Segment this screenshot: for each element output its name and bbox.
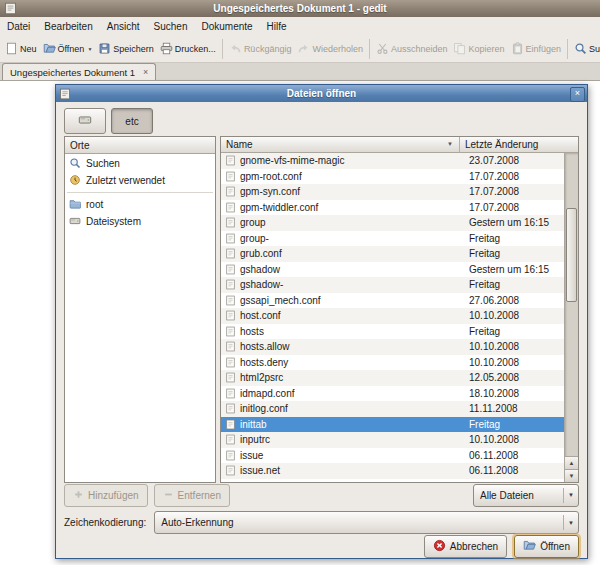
place-item-suchen[interactable]: Suchen	[65, 155, 215, 172]
file-row-group[interactable]: groupGestern um 16:15	[221, 215, 564, 231]
column-modified-label: Letzte Änderung	[465, 139, 538, 150]
toolbar-separator	[222, 39, 223, 59]
open-dropdown-arrow-icon[interactable]: ▼	[87, 46, 92, 52]
menu-item-suchen[interactable]: Suchen	[147, 17, 195, 36]
toolbar-button-kopieren: Kopieren	[450, 40, 507, 59]
window-titlebar[interactable]: Ungespeichertes Dokument 1 - gedit	[0, 0, 600, 17]
file-row-idmapd-conf[interactable]: idmapd.conf18.10.2008	[221, 386, 564, 402]
gedit-app-icon	[4, 2, 17, 15]
file-modified: Freitag	[469, 279, 564, 290]
file-name: idmapd.conf	[240, 388, 469, 399]
dialog-button-row: Abbrechen Öffnen	[424, 535, 579, 556]
file-icon	[225, 450, 237, 461]
file-name: inputrc	[240, 434, 469, 445]
file-icon	[225, 419, 237, 430]
file-row-inputrc[interactable]: inputrc10.10.2008	[221, 432, 564, 448]
drive-icon	[78, 113, 92, 129]
menu-item-ansicht[interactable]: Ansicht	[100, 17, 147, 36]
file-list-rows: gnome-vfs-mime-magic23.07.2008gpm-root.c…	[221, 153, 564, 482]
file-modified: 06.11.2008	[469, 450, 564, 461]
file-modified: Gestern um 16:15	[469, 217, 564, 228]
column-header-modified[interactable]: Letzte Änderung	[459, 137, 578, 153]
tab-label: Ungespeichertes Dokument 1	[10, 67, 135, 78]
file-row-hosts[interactable]: hostsFreitag	[221, 324, 564, 340]
file-icon	[225, 264, 237, 275]
place-item-dateisystem[interactable]: Dateisystem	[65, 213, 215, 230]
toolbar-button-drucken[interactable]: Drucken...	[157, 40, 219, 59]
files-pane: Name ▼ Letzte Änderung gnome-vfs-mime-ma…	[220, 136, 579, 483]
toolbar-button-speichern[interactable]: Speichern	[95, 40, 157, 59]
places-pane: Orte SuchenZuletzt verwendetrootDateisys…	[64, 136, 216, 483]
cancel-button[interactable]: Abbrechen	[424, 535, 507, 558]
kopieren-icon	[453, 42, 466, 57]
open-button[interactable]: Öffnen	[514, 535, 579, 558]
minus-icon	[163, 489, 174, 502]
file-list-scrollbar[interactable]: ▲ ▼	[564, 153, 578, 482]
column-header-name[interactable]: Name ▼	[221, 137, 459, 153]
file-row-group[interactable]: group-Freitag	[221, 231, 564, 247]
file-name: hosts.deny	[240, 357, 469, 368]
dialog-titlebar[interactable]: Dateien öffnen ×	[56, 85, 587, 102]
menu-item-dokumente[interactable]: Dokumente	[194, 17, 259, 36]
toolbar-button-suchen[interactable]: Suchen	[571, 40, 600, 59]
places-column-header[interactable]: Orte	[65, 137, 215, 154]
file-row-gpm-twiddler-conf[interactable]: gpm-twiddler.conf17.07.2008	[221, 200, 564, 216]
suchen-icon	[574, 42, 587, 57]
dialog-title: Dateien öffnen	[56, 88, 587, 99]
dialog-close-button[interactable]: ×	[570, 87, 585, 102]
file-modified: 10.10.2008	[469, 357, 564, 368]
add-button: Hinzufügen	[64, 484, 148, 507]
file-row-gshadow[interactable]: gshadow-Freitag	[221, 277, 564, 293]
file-row-issue[interactable]: issue06.11.2008	[221, 448, 564, 464]
file-modified: 17.07.2008	[469, 186, 564, 197]
menu-item-bearbeiten[interactable]: Bearbeiten	[37, 17, 99, 36]
file-icon	[225, 465, 237, 476]
file-row-issue-net[interactable]: issue.net06.11.2008	[221, 463, 564, 479]
file-row-host-conf[interactable]: host.conf10.10.2008	[221, 308, 564, 324]
file-filter-combobox[interactable]: Alle Dateien ▼	[473, 484, 579, 507]
menu-item-hilfe[interactable]: Hilfe	[260, 17, 294, 36]
places-header-label: Orte	[70, 140, 89, 151]
file-icon	[225, 388, 237, 399]
file-icon	[225, 372, 237, 383]
scroll-up-button[interactable]: ▲	[565, 456, 578, 469]
file-modified: Freitag	[469, 248, 564, 259]
file-row-hosts-allow[interactable]: hosts.allow10.10.2008	[221, 339, 564, 355]
toolbar: NeuÖffnen▼SpeichernDrucken...RückgängigW…	[0, 36, 600, 63]
file-row-html2psrc[interactable]: html2psrc12.05.2008	[221, 370, 564, 386]
encoding-combobox[interactable]: Auto-Erkennung ▼	[154, 511, 579, 534]
file-modified: Freitag	[469, 233, 564, 244]
toolbar-button-oeffnen[interactable]: Öffnen▼	[40, 40, 96, 59]
column-name-label: Name	[226, 139, 253, 150]
file-row-gpm-syn-conf[interactable]: gpm-syn.conf17.07.2008	[221, 184, 564, 200]
file-row-gshadow[interactable]: gshadowGestern um 16:15	[221, 262, 564, 278]
file-modified: 17.07.2008	[469, 202, 564, 213]
file-row-hosts-deny[interactable]: hosts.deny10.10.2008	[221, 355, 564, 371]
tab-document[interactable]: Ungespeichertes Dokument 1 ×	[2, 63, 156, 80]
path-etc-button[interactable]: etc	[111, 108, 153, 134]
file-row-initlog-conf[interactable]: initlog.conf11.11.2008	[221, 401, 564, 417]
menu-item-datei[interactable]: Datei	[0, 17, 37, 36]
file-row-inittab[interactable]: inittabFreitag	[221, 417, 564, 433]
sort-indicator-icon: ▼	[447, 141, 453, 147]
file-row-grub-conf[interactable]: grub.confFreitag	[221, 246, 564, 262]
file-name: gssapi_mech.conf	[240, 295, 469, 306]
tab-close-icon[interactable]: ×	[140, 67, 151, 78]
toolbar-button-neu[interactable]: Neu	[2, 40, 40, 59]
file-icon	[225, 248, 237, 259]
file-name: gpm-syn.conf	[240, 186, 469, 197]
file-filter-value: Alle Dateien	[474, 490, 563, 501]
file-row-gnome-vfs-mime-magic[interactable]: gnome-vfs-mime-magic23.07.2008	[221, 153, 564, 169]
tabbar: Ungespeichertes Dokument 1 ×	[0, 63, 600, 81]
scrollbar-thumb[interactable]	[566, 208, 577, 302]
file-icon	[225, 357, 237, 368]
scroll-down-button[interactable]: ▼	[565, 469, 578, 482]
path-root-button[interactable]	[64, 108, 106, 134]
file-row-gssapi-mech-conf[interactable]: gssapi_mech.conf27.06.2008	[221, 293, 564, 309]
place-item-zuletzt-verwendet[interactable]: Zuletzt verwendet	[65, 172, 215, 189]
file-modified: Freitag	[469, 326, 564, 337]
scrollbar-trough[interactable]	[565, 153, 578, 456]
file-modified: 17.07.2008	[469, 171, 564, 182]
place-item-root[interactable]: root	[65, 196, 215, 213]
file-row-gpm-root-conf[interactable]: gpm-root.conf17.07.2008	[221, 169, 564, 185]
